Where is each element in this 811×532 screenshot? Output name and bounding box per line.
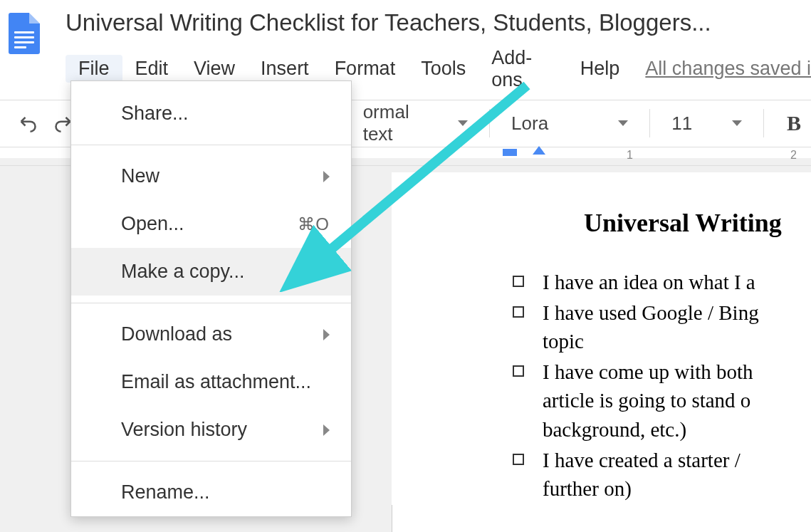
- checkbox-icon[interactable]: [513, 365, 524, 377]
- ruler-number: 1: [627, 149, 633, 162]
- checklist-item: I have come up with botharticle is going…: [513, 358, 811, 444]
- submenu-arrow-icon: [323, 424, 330, 436]
- menu-view[interactable]: View: [181, 55, 248, 83]
- checklist-item: I have used Google / Bingtopic: [513, 298, 811, 356]
- checklist-item: I have an idea on what I a: [513, 268, 811, 297]
- dropdown-arrow-icon: [458, 120, 468, 126]
- bold-button[interactable]: B: [777, 111, 811, 135]
- undo-icon[interactable]: [16, 113, 40, 133]
- checklist-item: I have created a starter /further on): [513, 446, 811, 504]
- menu-item-open[interactable]: Open... ⌘O: [71, 200, 351, 248]
- file-menu-dropdown: Share... New Open... ⌘O Make a copy... D…: [70, 80, 352, 517]
- paragraph-style-label: ormal text: [363, 101, 437, 145]
- font-size-label: 11: [671, 113, 692, 135]
- menu-help[interactable]: Help: [567, 55, 633, 83]
- docs-logo-icon[interactable]: [6, 6, 43, 54]
- menu-tools[interactable]: Tools: [408, 55, 478, 83]
- ruler-first-line-indent[interactable]: [503, 149, 517, 156]
- keyboard-shortcut: ⌘O: [298, 214, 330, 234]
- paragraph-style-dropdown[interactable]: ormal text: [355, 101, 477, 145]
- dropdown-arrow-icon: [618, 120, 628, 126]
- menu-item-share[interactable]: Share...: [71, 90, 351, 137]
- submenu-arrow-icon: [323, 171, 330, 182]
- font-family-label: Lora: [511, 113, 548, 135]
- menu-item-new[interactable]: New: [71, 152, 351, 200]
- checkbox-icon[interactable]: [513, 306, 524, 318]
- submenu-arrow-icon: [323, 329, 330, 340]
- checkbox-icon[interactable]: [513, 276, 524, 287]
- font-family-dropdown[interactable]: Lora: [503, 113, 637, 135]
- document-content[interactable]: Universal Writing I have an idea on what…: [392, 172, 811, 505]
- document-title[interactable]: Universal Writing Checklist for Teachers…: [66, 6, 811, 41]
- menu-item-download-as[interactable]: Download as: [71, 311, 351, 358]
- checkbox-icon[interactable]: [513, 454, 524, 465]
- menu-item-version-history[interactable]: Version history: [71, 406, 351, 454]
- ruler-number: 2: [790, 149, 797, 162]
- ruler-left-indent[interactable]: [533, 146, 545, 155]
- document-heading: Universal Writing: [513, 208, 811, 238]
- menu-item-rename[interactable]: Rename...: [71, 469, 351, 516]
- menu-format[interactable]: Format: [322, 55, 409, 83]
- menu-addons[interactable]: Add-ons: [478, 44, 567, 94]
- menu-insert[interactable]: Insert: [248, 55, 322, 83]
- dropdown-arrow-icon: [732, 120, 742, 126]
- menu-edit[interactable]: Edit: [122, 55, 182, 83]
- menu-item-make-copy[interactable]: Make a copy...: [71, 248, 351, 296]
- menu-item-email-attachment[interactable]: Email as attachment...: [71, 358, 351, 406]
- save-status[interactable]: All changes saved i: [645, 58, 811, 80]
- font-size-dropdown[interactable]: 11: [663, 113, 750, 135]
- menu-file[interactable]: File: [66, 55, 122, 83]
